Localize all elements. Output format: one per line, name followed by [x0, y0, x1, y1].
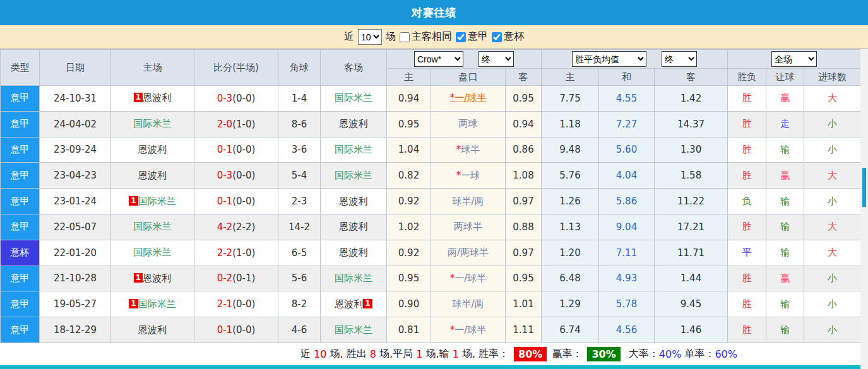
avg-away-value: 9.45: [681, 298, 701, 310]
avg-draw-cell: 7.11: [599, 240, 655, 266]
corner-cell: 5-6: [278, 266, 321, 291]
score-cell: 0-3(0-0): [194, 163, 278, 189]
scrollbar-track[interactable]: [860, 49, 868, 369]
home-team-cell: 恩波利: [111, 163, 194, 189]
sub-header-goals: 进球数: [804, 69, 861, 86]
odds-home-cell: 0.81: [387, 317, 431, 343]
type-cell: 意甲: [1, 189, 40, 214]
avg-group-header: 胜平负均值 终: [542, 50, 728, 69]
odds-home-cell: 0.92: [387, 189, 431, 214]
score-cell: 0-1(0-0): [194, 317, 278, 343]
avg-away-value: 17.21: [677, 221, 705, 233]
bottom-accent-bar: [0, 365, 860, 369]
result-cell: 胜: [728, 111, 766, 137]
half-time-score: (1-0): [232, 247, 255, 259]
corner-cell: 1-4: [278, 86, 321, 112]
handicap-text: 一球: [461, 170, 480, 181]
handicap-cell: *一/球半: [431, 266, 506, 291]
summary-segment: 8: [370, 348, 376, 360]
avg-type-select[interactable]: 胜平负均值: [572, 51, 646, 67]
avg-draw-value: 7.11: [616, 247, 637, 259]
avg-draw-cell: 5.86: [599, 189, 655, 214]
avg-home-cell: 1.18: [542, 111, 599, 137]
odds-state-select[interactable]: 终: [479, 51, 514, 67]
team-name: 国际米兰: [134, 118, 172, 129]
avg-away-value: 1.30: [681, 144, 701, 155]
avg-draw-value: 4.56: [616, 324, 637, 336]
avg-home-value: 7.75: [559, 93, 580, 104]
handicap-result-cell: 赢: [766, 266, 804, 291]
odds-company-select[interactable]: Crow*: [414, 51, 463, 67]
type-cell: 意甲: [1, 317, 40, 343]
odds-home-cell: 1.04: [387, 137, 431, 163]
team-name: 国际米兰: [134, 221, 172, 232]
avg-state-select[interactable]: 终: [662, 51, 697, 67]
full-time-score: 0-3: [217, 170, 233, 181]
checkbox-input[interactable]: [400, 32, 410, 42]
avg-home-value: 1.18: [559, 119, 580, 130]
half-time-score: (0-1): [232, 272, 255, 284]
handicap-text: 球半/两: [452, 196, 484, 207]
table-row: 意甲24-10-311恩波利0-3(0-0)1-4国际米兰0.94*一/球半0.…: [1, 86, 861, 112]
date-cell: 23-01-24: [40, 189, 111, 214]
handicap-cell[interactable]: *一/球半: [431, 86, 506, 112]
full-time-score: 2-1: [217, 298, 233, 310]
team-name: 恩波利: [340, 247, 368, 258]
avg-home-cell: 6.48: [542, 266, 599, 291]
avg-draw-value: 4.04: [616, 170, 637, 181]
result-cell: 负: [728, 189, 766, 214]
goals-cell: 小: [804, 266, 861, 291]
avg-home-cell: 7.75: [542, 86, 599, 112]
goals-cell: 大: [804, 163, 861, 189]
score-cell: 0-1(0-0): [194, 189, 278, 214]
checkbox-input[interactable]: [456, 32, 466, 42]
home-team-cell: 1恩波利: [111, 266, 194, 291]
avg-draw-cell: 4.56: [599, 317, 655, 343]
result-cell: 胜: [728, 214, 766, 240]
summary-segment: 10: [314, 348, 326, 360]
table-row: 意甲19-05-271国际米兰2-1(0-0)8-2恩波利10.90球半/两1.…: [1, 291, 861, 317]
team-name: 国际米兰: [335, 144, 372, 155]
scrollbar-thumb[interactable]: [862, 168, 866, 207]
checkbox-input[interactable]: [492, 32, 502, 42]
filter-checkbox-意甲[interactable]: 意甲: [456, 30, 488, 44]
goals-cell: 小: [804, 111, 861, 137]
half-time-score: (1-0): [232, 119, 255, 130]
odds-away-cell: 0.94: [506, 111, 542, 137]
table-row: 意甲24-04-02国际米兰2-0(1-0)8-6恩波利0.95两球0.941.…: [1, 111, 861, 137]
date-cell: 22-01-20: [40, 240, 111, 266]
away-team-cell: 国际米兰: [321, 317, 387, 343]
goals-cell: 小: [804, 189, 861, 214]
handicap-result-cell: 输: [766, 189, 804, 214]
col-header-away: 客场: [321, 50, 387, 86]
avg-away-cell: 14.37: [655, 111, 728, 137]
odds-home-cell: 0.94: [387, 86, 431, 112]
team-name: 恩波利: [138, 324, 167, 336]
score-cell: 4-2(2-2): [194, 214, 278, 240]
summary-segment: 场, 胜出: [326, 348, 369, 361]
unit-label: 场: [386, 30, 396, 44]
handicap-text: 一/球半: [455, 272, 486, 284]
avg-home-value: 1.29: [559, 298, 580, 310]
handicap-result-cell: 输: [766, 291, 804, 317]
table-row: 意甲18-12-29恩波利0-1(0-0)4-6国际米兰0.81*一/球半1.1…: [1, 317, 861, 343]
red-card-badge: 1: [129, 196, 138, 206]
odds-home-cell: 1.02: [387, 214, 431, 240]
type-cell: 意甲: [1, 111, 40, 137]
match-count-select[interactable]: 10: [358, 29, 382, 45]
avg-home-cell: 9.48: [542, 137, 599, 163]
result-cell: 胜: [728, 86, 766, 112]
sub-header-avg-home: 主: [542, 69, 599, 86]
scope-select[interactable]: 全场: [771, 51, 817, 67]
checkbox-label: 意甲: [468, 30, 488, 44]
avg-home-cell: 5.76: [542, 163, 599, 189]
odds-home-cell: 0.95: [387, 111, 431, 137]
h2h-history-panel: 对赛往绩 近 10 场 主客相同意甲意杯 类型 日期 主场 比分(半场) 角球 …: [0, 0, 868, 369]
corner-cell: 2-3: [278, 189, 321, 214]
score-cell: 2-2(1-0): [194, 240, 278, 266]
filter-checkbox-意杯[interactable]: 意杯: [492, 30, 524, 44]
handicap-text: 球半: [461, 144, 480, 155]
filter-checkbox-主客相同[interactable]: 主客相同: [400, 30, 452, 44]
date-cell: 18-12-29: [40, 317, 111, 343]
goals-cell: 大: [804, 240, 861, 266]
